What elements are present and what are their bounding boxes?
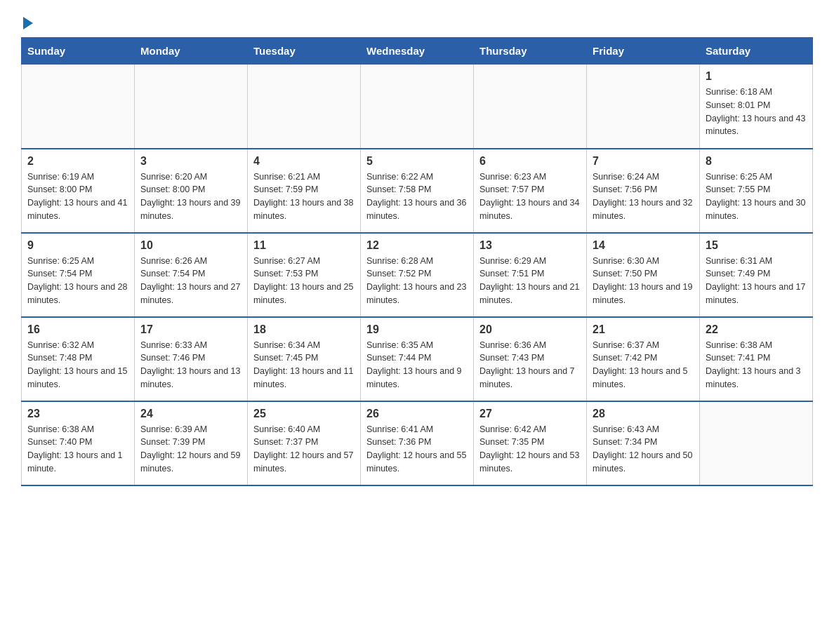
col-monday: Monday — [135, 38, 248, 65]
col-friday: Friday — [587, 38, 700, 65]
day-number: 1 — [706, 70, 807, 83]
day-info: Sunrise: 6:26 AM Sunset: 7:54 PM Dayligh… — [140, 255, 241, 307]
col-tuesday: Tuesday — [248, 38, 361, 65]
day-info: Sunrise: 6:24 AM Sunset: 7:56 PM Dayligh… — [593, 170, 694, 223]
calendar-week-row: 23Sunrise: 6:38 AM Sunset: 7:40 PM Dayli… — [22, 401, 813, 485]
calendar-week-row: 9Sunrise: 6:25 AM Sunset: 7:54 PM Daylig… — [22, 233, 813, 317]
table-row: 23Sunrise: 6:38 AM Sunset: 7:40 PM Dayli… — [22, 401, 135, 485]
table-row: 20Sunrise: 6:36 AM Sunset: 7:43 PM Dayli… — [474, 317, 587, 401]
table-row — [248, 65, 361, 149]
table-row: 22Sunrise: 6:38 AM Sunset: 7:41 PM Dayli… — [700, 317, 813, 401]
day-number: 6 — [479, 155, 581, 168]
table-row: 14Sunrise: 6:30 AM Sunset: 7:50 PM Dayli… — [587, 233, 700, 317]
day-number: 11 — [253, 239, 355, 252]
day-info: Sunrise: 6:23 AM Sunset: 7:57 PM Dayligh… — [479, 170, 581, 223]
day-info: Sunrise: 6:37 AM Sunset: 7:42 PM Dayligh… — [593, 339, 694, 391]
day-info: Sunrise: 6:38 AM Sunset: 7:40 PM Dayligh… — [27, 423, 128, 476]
table-row — [474, 65, 587, 149]
day-info: Sunrise: 6:41 AM Sunset: 7:36 PM Dayligh… — [366, 423, 468, 476]
calendar-week-row: 1Sunrise: 6:18 AM Sunset: 8:01 PM Daylig… — [22, 65, 813, 149]
day-number: 25 — [253, 408, 355, 420]
day-number: 16 — [27, 323, 128, 336]
day-number: 9 — [27, 239, 128, 252]
day-number: 15 — [706, 239, 807, 252]
table-row — [587, 65, 700, 149]
day-info: Sunrise: 6:25 AM Sunset: 7:54 PM Dayligh… — [27, 255, 128, 307]
col-thursday: Thursday — [474, 38, 587, 65]
day-number: 12 — [366, 239, 468, 252]
col-wednesday: Wednesday — [361, 38, 474, 65]
day-number: 10 — [140, 239, 241, 252]
calendar-header-row: Sunday Monday Tuesday Wednesday Thursday… — [22, 38, 813, 65]
table-row: 27Sunrise: 6:42 AM Sunset: 7:35 PM Dayli… — [474, 401, 587, 485]
day-info: Sunrise: 6:19 AM Sunset: 8:00 PM Dayligh… — [27, 170, 128, 223]
day-number: 17 — [140, 323, 241, 336]
table-row: 9Sunrise: 6:25 AM Sunset: 7:54 PM Daylig… — [22, 233, 135, 317]
day-number: 19 — [366, 323, 468, 336]
day-number: 8 — [706, 155, 807, 168]
day-info: Sunrise: 6:22 AM Sunset: 7:58 PM Dayligh… — [366, 170, 468, 223]
table-row: 3Sunrise: 6:20 AM Sunset: 8:00 PM Daylig… — [135, 149, 248, 233]
table-row: 24Sunrise: 6:39 AM Sunset: 7:39 PM Dayli… — [135, 401, 248, 485]
table-row: 21Sunrise: 6:37 AM Sunset: 7:42 PM Dayli… — [587, 317, 700, 401]
day-number: 5 — [366, 155, 468, 168]
table-row: 19Sunrise: 6:35 AM Sunset: 7:44 PM Dayli… — [361, 317, 474, 401]
day-number: 27 — [479, 408, 581, 420]
day-info: Sunrise: 6:29 AM Sunset: 7:51 PM Dayligh… — [479, 255, 581, 307]
day-number: 20 — [479, 323, 581, 336]
table-row: 2Sunrise: 6:19 AM Sunset: 8:00 PM Daylig… — [22, 149, 135, 233]
day-number: 23 — [27, 408, 128, 420]
logo-arrow-icon — [23, 17, 33, 29]
day-number: 13 — [479, 239, 581, 252]
table-row: 25Sunrise: 6:40 AM Sunset: 7:37 PM Dayli… — [248, 401, 361, 485]
day-number: 2 — [27, 155, 128, 168]
table-row — [22, 65, 135, 149]
day-number: 7 — [593, 155, 694, 168]
table-row: 15Sunrise: 6:31 AM Sunset: 7:49 PM Dayli… — [700, 233, 813, 317]
table-row: 6Sunrise: 6:23 AM Sunset: 7:57 PM Daylig… — [474, 149, 587, 233]
table-row: 11Sunrise: 6:27 AM Sunset: 7:53 PM Dayli… — [248, 233, 361, 317]
day-info: Sunrise: 6:38 AM Sunset: 7:41 PM Dayligh… — [706, 339, 807, 391]
table-row: 28Sunrise: 6:43 AM Sunset: 7:34 PM Dayli… — [587, 401, 700, 485]
table-row: 1Sunrise: 6:18 AM Sunset: 8:01 PM Daylig… — [700, 65, 813, 149]
day-info: Sunrise: 6:34 AM Sunset: 7:45 PM Dayligh… — [253, 339, 355, 391]
day-number: 21 — [593, 323, 694, 336]
table-row — [135, 65, 248, 149]
day-info: Sunrise: 6:30 AM Sunset: 7:50 PM Dayligh… — [593, 255, 694, 307]
table-row: 17Sunrise: 6:33 AM Sunset: 7:46 PM Dayli… — [135, 317, 248, 401]
table-row: 13Sunrise: 6:29 AM Sunset: 7:51 PM Dayli… — [474, 233, 587, 317]
table-row: 8Sunrise: 6:25 AM Sunset: 7:55 PM Daylig… — [700, 149, 813, 233]
col-saturday: Saturday — [700, 38, 813, 65]
day-info: Sunrise: 6:21 AM Sunset: 7:59 PM Dayligh… — [253, 170, 355, 223]
table-row: 4Sunrise: 6:21 AM Sunset: 7:59 PM Daylig… — [248, 149, 361, 233]
table-row: 10Sunrise: 6:26 AM Sunset: 7:54 PM Dayli… — [135, 233, 248, 317]
day-info: Sunrise: 6:28 AM Sunset: 7:52 PM Dayligh… — [366, 255, 468, 307]
table-row — [700, 401, 813, 485]
table-row: 12Sunrise: 6:28 AM Sunset: 7:52 PM Dayli… — [361, 233, 474, 317]
day-info: Sunrise: 6:20 AM Sunset: 8:00 PM Dayligh… — [140, 170, 241, 223]
day-number: 14 — [593, 239, 694, 252]
day-number: 24 — [140, 408, 241, 420]
day-info: Sunrise: 6:32 AM Sunset: 7:48 PM Dayligh… — [27, 339, 128, 391]
table-row: 26Sunrise: 6:41 AM Sunset: 7:36 PM Dayli… — [361, 401, 474, 485]
day-number: 26 — [366, 408, 468, 420]
day-info: Sunrise: 6:31 AM Sunset: 7:49 PM Dayligh… — [706, 255, 807, 307]
calendar-week-row: 2Sunrise: 6:19 AM Sunset: 8:00 PM Daylig… — [22, 149, 813, 233]
col-sunday: Sunday — [22, 38, 135, 65]
table-row: 18Sunrise: 6:34 AM Sunset: 7:45 PM Dayli… — [248, 317, 361, 401]
day-info: Sunrise: 6:40 AM Sunset: 7:37 PM Dayligh… — [253, 423, 355, 476]
day-number: 28 — [593, 408, 694, 420]
table-row: 7Sunrise: 6:24 AM Sunset: 7:56 PM Daylig… — [587, 149, 700, 233]
day-info: Sunrise: 6:39 AM Sunset: 7:39 PM Dayligh… — [140, 423, 241, 476]
day-number: 18 — [253, 323, 355, 336]
day-number: 22 — [706, 323, 807, 336]
day-info: Sunrise: 6:43 AM Sunset: 7:34 PM Dayligh… — [593, 423, 694, 476]
day-info: Sunrise: 6:42 AM Sunset: 7:35 PM Dayligh… — [479, 423, 581, 476]
logo — [21, 14, 33, 27]
calendar-week-row: 16Sunrise: 6:32 AM Sunset: 7:48 PM Dayli… — [22, 317, 813, 401]
day-info: Sunrise: 6:25 AM Sunset: 7:55 PM Dayligh… — [706, 170, 807, 223]
day-info: Sunrise: 6:33 AM Sunset: 7:46 PM Dayligh… — [140, 339, 241, 391]
table-row: 16Sunrise: 6:32 AM Sunset: 7:48 PM Dayli… — [22, 317, 135, 401]
day-number: 3 — [140, 155, 241, 168]
table-row — [361, 65, 474, 149]
